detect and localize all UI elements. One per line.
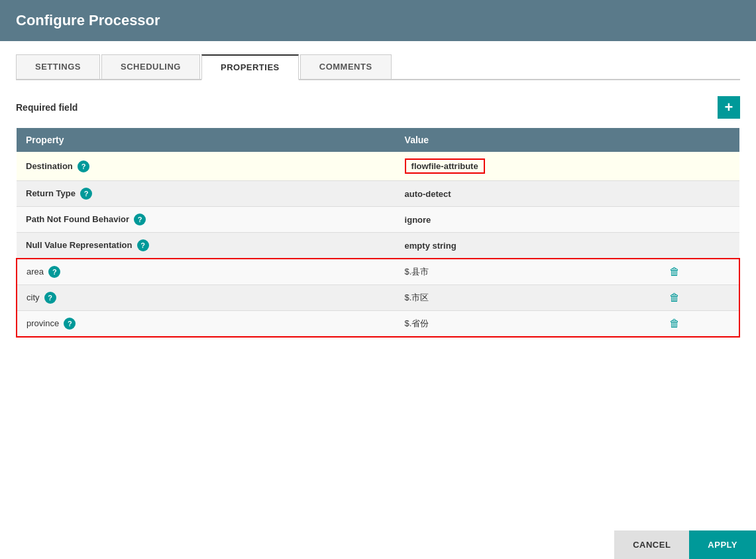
cancel-button[interactable]: CANCEL — [614, 530, 689, 559]
apply-button[interactable]: APPLY — [689, 530, 756, 559]
help-icon-area[interactable]: ? — [48, 266, 60, 278]
required-label: Required field — [16, 102, 78, 113]
configure-processor-dialog: Configure Processor SETTINGS SCHEDULING … — [0, 0, 756, 559]
help-icon-pathnotfound[interactable]: ? — [134, 214, 146, 225]
property-value-returntype: auto-detect — [396, 181, 660, 207]
property-name-pathnotfound: Path Not Found Behavior ? — [17, 207, 396, 233]
city-action-cell: 🗑 — [660, 285, 739, 311]
dialog-header: Configure Processor — [0, 0, 756, 41]
help-icon-province[interactable]: ? — [64, 318, 76, 330]
table-row: Null Value Representation ? empty string — [17, 233, 739, 259]
table-row: Return Type ? auto-detect — [17, 181, 739, 207]
pathnotfound-action-cell — [660, 207, 739, 233]
tab-scheduling[interactable]: SCHEDULING — [101, 54, 200, 79]
destination-action-cell — [660, 152, 739, 181]
table-row: area ? $.县市 🗑 — [17, 259, 739, 285]
column-actions — [660, 128, 739, 152]
properties-table: Property Value Destination ? flowfile-at… — [16, 128, 740, 338]
property-value-destination[interactable]: flowfile-attribute — [396, 152, 660, 181]
table-header-row: Property Value — [17, 128, 739, 152]
help-icon-returntype[interactable]: ? — [80, 188, 92, 200]
delete-icon-province[interactable]: 🗑 — [669, 318, 680, 329]
delete-icon-area[interactable]: 🗑 — [669, 266, 680, 277]
returntype-action-cell — [660, 181, 739, 207]
delete-icon-city[interactable]: 🗑 — [669, 292, 680, 303]
province-action-cell: 🗑 — [660, 311, 739, 338]
property-name-province: province ? — [17, 311, 396, 338]
property-value-nullvalue: empty string — [396, 233, 660, 259]
property-name-city: city ? — [17, 285, 396, 311]
tab-bar: SETTINGS SCHEDULING PROPERTIES COMMENTS — [16, 54, 740, 80]
table-body: Destination ? flowfile-attribute Return … — [17, 152, 739, 337]
property-value-area: $.县市 — [396, 259, 660, 285]
table-row: city ? $.市区 🗑 — [17, 285, 739, 311]
column-value: Value — [396, 128, 660, 152]
property-name-returntype: Return Type ? — [17, 181, 396, 207]
table-row: Path Not Found Behavior ? ignore — [17, 207, 739, 233]
property-name-area: area ? — [17, 259, 396, 285]
dialog-body: SETTINGS SCHEDULING PROPERTIES COMMENTS … — [0, 41, 756, 351]
area-action-cell: 🗑 — [660, 259, 739, 285]
table-row: province ? $.省份 🗑 — [17, 311, 739, 338]
add-property-button[interactable]: + — [718, 96, 740, 119]
property-name-destination: Destination ? — [17, 152, 396, 181]
column-property: Property — [17, 128, 396, 152]
tab-comments[interactable]: COMMENTS — [300, 54, 392, 79]
tab-settings[interactable]: SETTINGS — [16, 54, 100, 79]
destination-value: flowfile-attribute — [405, 158, 485, 174]
property-value-province: $.省份 — [396, 311, 660, 338]
table-row: Destination ? flowfile-attribute — [17, 152, 739, 181]
nullvalue-action-cell — [660, 233, 739, 259]
dialog-title: Configure Processor — [16, 12, 740, 29]
property-name-nullvalue: Null Value Representation ? — [17, 233, 396, 259]
property-value-pathnotfound: ignore — [396, 207, 660, 233]
help-icon-nullvalue[interactable]: ? — [137, 239, 149, 251]
tab-properties[interactable]: PROPERTIES — [201, 54, 299, 80]
help-icon-city[interactable]: ? — [44, 292, 56, 304]
dialog-footer: CANCEL APPLY — [614, 530, 756, 559]
table-header: Property Value — [17, 128, 739, 152]
required-section: Required field + — [16, 93, 740, 121]
property-value-city: $.市区 — [396, 285, 660, 311]
help-icon-destination[interactable]: ? — [78, 160, 89, 172]
